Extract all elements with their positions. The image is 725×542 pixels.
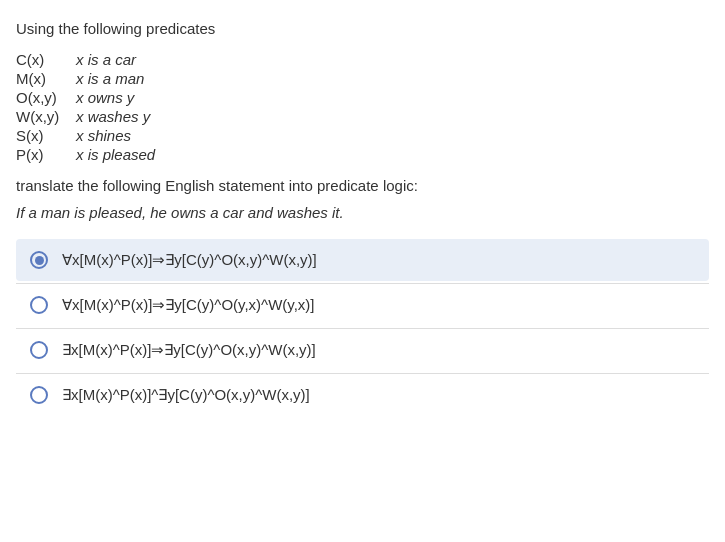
predicate-row: M(x)x is a man xyxy=(16,70,709,87)
radio-button[interactable] xyxy=(30,341,48,359)
predicate-symbol: O(x,y) xyxy=(16,89,76,106)
predicate-description: x is pleased xyxy=(76,146,155,163)
predicate-row: C(x)x is a car xyxy=(16,51,709,68)
predicate-description: x owns y xyxy=(76,89,134,106)
predicate-symbol: M(x) xyxy=(16,70,76,87)
english-statement: If a man is pleased, he owns a car and w… xyxy=(16,204,709,221)
predicate-symbol: P(x) xyxy=(16,146,76,163)
predicate-symbol: C(x) xyxy=(16,51,76,68)
predicate-row: P(x)x is pleased xyxy=(16,146,709,163)
predicate-symbol: S(x) xyxy=(16,127,76,144)
radio-button[interactable] xyxy=(30,296,48,314)
option-item[interactable]: ∀x[M(x)^P(x)]⇒∃y[C(y)^O(x,y)^W(x,y)] xyxy=(16,239,709,281)
radio-button[interactable] xyxy=(30,251,48,269)
options-list: ∀x[M(x)^P(x)]⇒∃y[C(y)^O(x,y)^W(x,y)]∀x[M… xyxy=(16,239,709,416)
predicate-description: x shines xyxy=(76,127,131,144)
predicate-row: S(x)x shines xyxy=(16,127,709,144)
option-item[interactable]: ∀x[M(x)^P(x)]⇒∃y[C(y)^O(y,x)^W(y,x)] xyxy=(16,284,709,326)
predicate-description: x is a car xyxy=(76,51,136,68)
predicate-row: O(x,y)x owns y xyxy=(16,89,709,106)
predicate-row: W(x,y)x washes y xyxy=(16,108,709,125)
predicate-description: x washes y xyxy=(76,108,150,125)
translate-instruction: translate the following English statemen… xyxy=(16,177,709,194)
option-formula: ∃x[M(x)^P(x)]^∃y[C(y)^O(x,y)^W(x,y)] xyxy=(62,386,310,404)
predicate-description: x is a man xyxy=(76,70,144,87)
predicate-symbol: W(x,y) xyxy=(16,108,76,125)
radio-button[interactable] xyxy=(30,386,48,404)
intro-text: Using the following predicates xyxy=(16,20,709,37)
option-item[interactable]: ∃x[M(x)^P(x)]^∃y[C(y)^O(x,y)^W(x,y)] xyxy=(16,374,709,416)
option-formula: ∀x[M(x)^P(x)]⇒∃y[C(y)^O(x,y)^W(x,y)] xyxy=(62,251,317,269)
option-item[interactable]: ∃x[M(x)^P(x)]⇒∃y[C(y)^O(x,y)^W(x,y)] xyxy=(16,329,709,371)
predicates-table: C(x)x is a carM(x)x is a manO(x,y)x owns… xyxy=(16,51,709,163)
option-formula: ∃x[M(x)^P(x)]⇒∃y[C(y)^O(x,y)^W(x,y)] xyxy=(62,341,316,359)
option-formula: ∀x[M(x)^P(x)]⇒∃y[C(y)^O(y,x)^W(y,x)] xyxy=(62,296,315,314)
